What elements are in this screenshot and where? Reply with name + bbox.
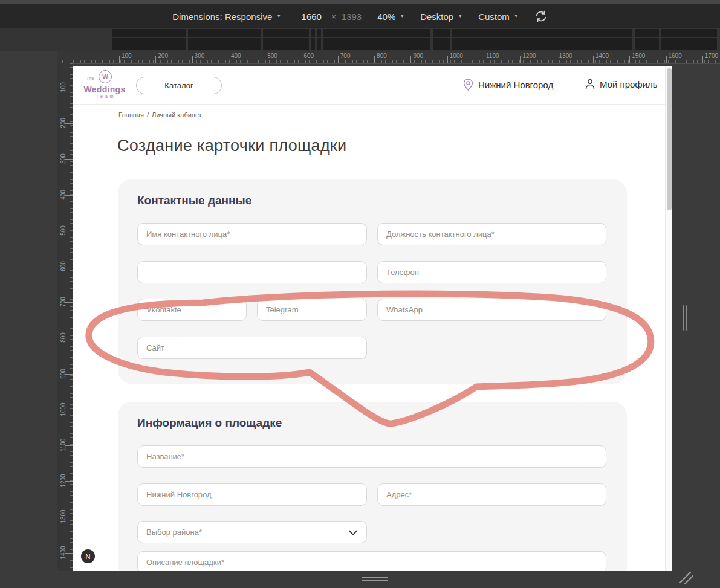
contact-position-input[interactable]: [377, 223, 606, 245]
contact-telegram-input[interactable]: [257, 299, 367, 321]
media-query-bar[interactable]: [433, 29, 450, 37]
venue-city-input[interactable]: [137, 483, 367, 506]
h-ruler-tick: [557, 56, 557, 63]
h-ruler-label: 1500: [632, 53, 645, 59]
venue-address-input[interactable]: [377, 483, 606, 506]
h-ruler-tick: [520, 56, 521, 63]
h-ruler-tick: [593, 56, 594, 63]
media-query-bar[interactable]: [635, 38, 659, 50]
page-scrollbar[interactable]: [665, 66, 672, 571]
v-ruler-tick: [65, 445, 73, 446]
media-query-bar[interactable]: [661, 38, 717, 50]
contact-empty-input[interactable]: [137, 261, 367, 283]
throttling-select[interactable]: Desktop ▼: [420, 11, 462, 22]
scrollbar-thumb[interactable]: [667, 68, 672, 210]
logo-monogram-icon: W: [99, 70, 112, 83]
city-label: Нижний Новгород: [478, 80, 553, 90]
h-ruler-tick: [119, 56, 120, 63]
media-query-bar[interactable]: [317, 38, 321, 50]
city-selector[interactable]: Нижний Новгород: [463, 79, 553, 91]
media-query-bar[interactable]: [635, 29, 659, 37]
media-query-bar[interactable]: [311, 38, 315, 50]
v-ruler-tick: [65, 517, 73, 517]
profile-link[interactable]: Мой профиль: [585, 79, 658, 89]
location-pin-icon: [463, 79, 473, 91]
v-ruler-tick: [65, 481, 73, 482]
h-ruler-label: 400: [231, 53, 241, 59]
media-query-bar[interactable]: [112, 29, 186, 37]
media-query-bar[interactable]: [323, 29, 430, 37]
rotate-viewport-icon[interactable]: [534, 10, 548, 23]
dimensions-select[interactable]: Dimensions: Responsive ▼: [172, 11, 281, 22]
v-ruler-tick: [65, 302, 73, 303]
venue-description-input[interactable]: [137, 551, 606, 571]
media-query-bar[interactable]: [263, 38, 309, 50]
v-ruler-label: 900: [60, 363, 66, 384]
site-logo[interactable]: The W Weddings Team: [82, 69, 127, 102]
h-ruler-tick: [702, 56, 703, 63]
contact-data-card: Контактные данные: [118, 179, 627, 384]
chevron-down-icon: ▼: [514, 14, 519, 19]
window-top-strip: [0, 0, 720, 4]
h-ruler-tick: [155, 56, 156, 63]
times-separator: ×: [331, 12, 336, 21]
venue-name-input[interactable]: [137, 445, 606, 468]
h-ruler-label: 100: [122, 53, 132, 59]
h-ruler-label: 200: [158, 53, 168, 59]
chevron-down-icon: ▼: [276, 14, 281, 19]
media-query-bar[interactable]: [188, 29, 261, 37]
media-query-bar[interactable]: [452, 38, 632, 50]
zoom-select[interactable]: 40% ▼: [377, 11, 404, 22]
media-query-bar[interactable]: [661, 29, 717, 37]
catalog-button[interactable]: Каталог: [136, 77, 222, 94]
media-query-bar[interactable]: [188, 38, 261, 50]
v-ruler-tick: [65, 123, 73, 124]
device-toolbar: Dimensions: Responsive ▼ × 1393 40% ▼ De…: [0, 4, 720, 29]
viewport-resize-handle-corner[interactable]: [677, 569, 694, 587]
contact-phone-input[interactable]: [377, 261, 606, 283]
media-query-bar[interactable]: [112, 38, 186, 50]
district-select[interactable]: Выбор района*: [137, 521, 367, 543]
viewport-resize-handle-right[interactable]: [681, 305, 687, 331]
contact-vkontakte-input[interactable]: [137, 299, 247, 321]
v-ruler-label: 300: [60, 149, 66, 169]
viewport-height-value[interactable]: 1393: [342, 11, 362, 22]
catalog-button-label: Каталог: [164, 81, 193, 90]
viewport-width-input[interactable]: [297, 11, 326, 22]
contact-whatsapp-input[interactable]: [377, 299, 606, 321]
chevron-down-icon: ▼: [400, 14, 404, 19]
media-query-bar[interactable]: [263, 29, 309, 37]
page-title: Создание карточки площадки: [117, 137, 346, 155]
n-overlay-badge[interactable]: N: [81, 549, 95, 563]
media-query-bar[interactable]: [317, 29, 321, 37]
site-header: The W Weddings Team Каталог Нижний Новго…: [73, 66, 665, 104]
h-ruler-label: 800: [377, 53, 387, 59]
v-ruler-label: 1400: [60, 542, 66, 563]
venue-card-title: Информация о площадке: [137, 416, 282, 430]
media-query-bar[interactable]: [311, 29, 315, 37]
media-query-bar[interactable]: [323, 38, 430, 50]
breadcrumb-current: Личный кабинет: [152, 111, 202, 118]
h-ruler-tick: [374, 56, 375, 63]
v-ruler-label: 1300: [60, 506, 66, 527]
h-ruler-label: 1400: [595, 53, 609, 59]
breadcrumb: Главная / Личный кабинет: [118, 111, 202, 118]
v-ruler-tick: [65, 195, 73, 196]
contact-name-input[interactable]: [137, 223, 367, 245]
v-ruler-label: 1000: [60, 399, 66, 419]
media-query-bar[interactable]: [452, 29, 632, 37]
v-ruler-label: 100: [60, 77, 66, 98]
v-ruler-tick: [65, 410, 73, 410]
logo-name-text: Weddings: [82, 85, 127, 94]
logo-the-text: The: [86, 76, 94, 80]
media-query-bar[interactable]: [433, 38, 450, 50]
v-ruler-tick: [65, 267, 73, 267]
breadcrumb-home[interactable]: Главная: [118, 111, 144, 118]
contact-website-input[interactable]: [137, 337, 367, 359]
h-ruler-tick: [447, 56, 448, 63]
viewport-resize-handle-bottom[interactable]: [362, 575, 388, 582]
device-pixel-ratio-select[interactable]: Custom ▼: [478, 11, 519, 22]
h-ruler-tick: [484, 56, 484, 63]
h-ruler-label: 500: [267, 53, 277, 59]
throttling-value: Desktop: [420, 11, 453, 22]
